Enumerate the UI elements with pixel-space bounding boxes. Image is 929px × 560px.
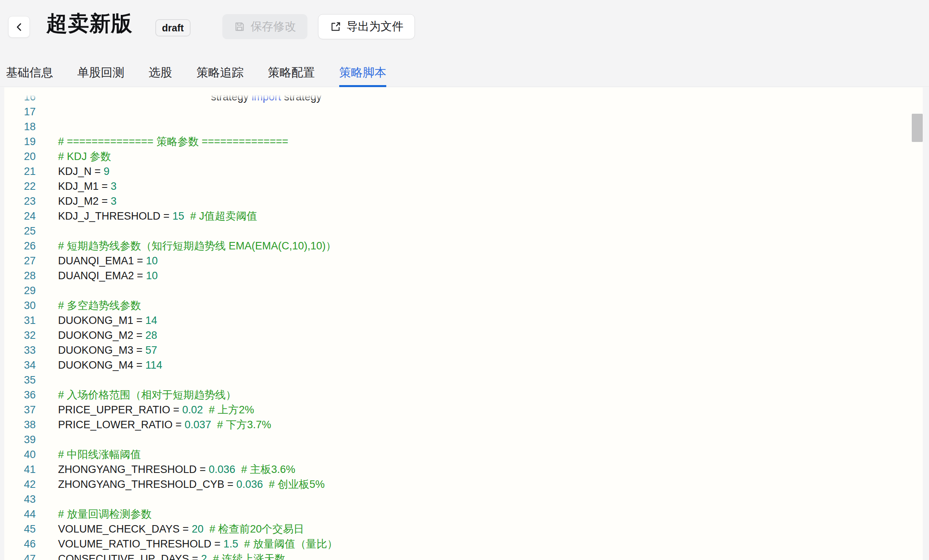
code-token: 3 (111, 195, 116, 207)
line-number: 28 (4, 268, 36, 283)
code-token: PRICE_LOWER_RATIO = (58, 419, 185, 431)
code-token: # KDJ 参数 (58, 151, 111, 162)
code-line: 16 strategy import strategy (4, 89, 923, 104)
tab-6[interactable]: 策略脚本 (339, 59, 386, 86)
code-line: 45VOLUME_CHECK_DAYS = 20 # 检查前20个交易日 (4, 522, 923, 536)
code-token: # 多空趋势线参数 (58, 300, 141, 311)
code-text: DUOKONG_M4 = 114 (58, 358, 162, 373)
save-button[interactable]: 保存修改 (222, 14, 307, 39)
code-token: # 下方3.7% (211, 419, 271, 431)
tab-5[interactable]: 策略配置 (268, 59, 315, 86)
line-number: 29 (4, 283, 36, 298)
code-text: ZHONGYANG_THRESHOLD_CYB = 0.036 # 创业板5% (58, 477, 325, 492)
line-number: 47 (4, 551, 36, 560)
code-line: 43 (4, 492, 923, 507)
chevron-left-icon (14, 22, 25, 33)
script-editor[interactable]: 16 strategy import strategy171819# =====… (4, 87, 923, 560)
code-token: KDJ_M1 = (58, 180, 111, 192)
line-number: 20 (4, 149, 36, 164)
code-token: ZHONGYANG_THRESHOLD = (58, 464, 209, 475)
code-text: DUOKONG_M2 = 28 (58, 328, 157, 343)
code-text: # ============== 策略参数 ============== (58, 134, 288, 149)
line-number: 34 (4, 358, 36, 373)
code-text: DUOKONG_M1 = 14 (58, 313, 157, 328)
code-text: DUANQI_EMA1 = 10 (58, 253, 158, 268)
code-token: import (252, 91, 281, 103)
code-token: strategy (58, 91, 252, 103)
line-number: 32 (4, 328, 36, 343)
scrollbar-thumb[interactable] (912, 114, 923, 142)
code-text: ZHONGYANG_THRESHOLD = 0.036 # 主板3.6% (58, 462, 295, 477)
page-title: 超卖新版 (46, 9, 133, 38)
code-line: 21KDJ_N = 9 (4, 164, 923, 179)
line-number: 41 (4, 462, 36, 477)
line-number: 36 (4, 387, 36, 402)
code-token: 14 (145, 315, 157, 326)
code-token: 9 (104, 165, 109, 177)
line-number: 38 (4, 417, 36, 432)
code-line: 30# 多空趋势线参数 (4, 298, 923, 313)
code-text: PRICE_UPPER_RATIO = 0.02 # 上方2% (58, 402, 254, 417)
tab-3[interactable]: 选股 (149, 59, 172, 86)
code-line: 27DUANQI_EMA1 = 10 (4, 253, 923, 268)
code-token: 15 (173, 210, 184, 222)
code-token: 0.037 (185, 419, 211, 431)
export-arrow-icon (330, 21, 342, 33)
code-text: DUANQI_EMA2 = 10 (58, 268, 158, 283)
code-line: 19# ============== 策略参数 ============== (4, 134, 923, 149)
code-text: KDJ_J_THRESHOLD = 15 # J值超卖阈值 (58, 209, 257, 224)
tab-4[interactable]: 策略追踪 (196, 59, 244, 86)
code-line: 18 (4, 119, 923, 134)
export-button[interactable]: 导出为文件 (318, 14, 415, 39)
active-tab-underline (339, 85, 386, 87)
line-number: 25 (4, 224, 36, 238)
code-token: 10 (146, 255, 158, 267)
code-line: 28DUANQI_EMA2 = 10 (4, 268, 923, 283)
code-token: DUOKONG_M1 = (58, 315, 145, 326)
line-number: 18 (4, 119, 36, 134)
tab-bar: 基础信息单股回测选股策略追踪策略配置策略脚本 (0, 59, 929, 87)
line-number: 17 (4, 104, 36, 119)
code-text: # 短期趋势线参数（知行短期趋势线 EMA(EMA(C,10),10)） (58, 238, 336, 253)
code-token: DUANQI_EMA2 = (58, 270, 146, 282)
code-line: 35 (4, 373, 923, 387)
code-content: 16 strategy import strategy171819# =====… (4, 89, 923, 560)
code-token: KDJ_J_THRESHOLD = (58, 210, 173, 222)
line-number: 30 (4, 298, 36, 313)
code-token: DUOKONG_M4 = (58, 359, 145, 371)
code-token: # 检查前20个交易日 (204, 523, 304, 535)
code-text: # 多空趋势线参数 (58, 298, 141, 313)
line-number: 27 (4, 253, 36, 268)
code-line: 47CONSECUTIVE_UP_DAYS = 2 # 连续上涨天数 (4, 551, 923, 560)
code-line: 20# KDJ 参数 (4, 149, 923, 164)
code-token: 2 (201, 553, 207, 560)
code-line: 37PRICE_UPPER_RATIO = 0.02 # 上方2% (4, 402, 923, 417)
code-text: # 中阳线涨幅阈值 (58, 447, 141, 462)
code-token: CONSECUTIVE_UP_DAYS = (58, 553, 201, 560)
code-line: 41ZHONGYANG_THRESHOLD = 0.036 # 主板3.6% (4, 462, 923, 477)
code-token: 57 (145, 344, 157, 356)
code-token: 28 (145, 329, 157, 341)
code-line: 25 (4, 224, 923, 238)
code-token: 0.036 (236, 478, 263, 490)
code-token: PRICE_UPPER_RATIO = (58, 404, 182, 416)
code-token: # ============== 策略参数 ============== (58, 136, 288, 147)
code-line: 26# 短期趋势线参数（知行短期趋势线 EMA(EMA(C,10),10)） (4, 238, 923, 253)
line-number: 19 (4, 134, 36, 149)
code-line: 31DUOKONG_M1 = 14 (4, 313, 923, 328)
code-line: 46VOLUME_RATIO_THRESHOLD = 1.5 # 放量阈值（量比… (4, 536, 923, 551)
tab-1[interactable]: 基础信息 (6, 59, 53, 86)
line-number: 24 (4, 209, 36, 224)
line-number: 43 (4, 492, 36, 507)
code-token: # 创业板5% (263, 478, 325, 490)
code-text: VOLUME_RATIO_THRESHOLD = 1.5 # 放量阈值（量比） (58, 536, 338, 551)
code-text: KDJ_N = 9 (58, 164, 109, 179)
line-number: 40 (4, 447, 36, 462)
code-token: KDJ_N = (58, 165, 104, 177)
back-button[interactable] (8, 16, 30, 38)
line-number: 44 (4, 507, 36, 522)
line-number: 22 (4, 179, 36, 194)
code-line: 23KDJ_M2 = 3 (4, 194, 923, 209)
tab-2[interactable]: 单股回测 (77, 59, 124, 86)
code-token: VOLUME_CHECK_DAYS = (58, 523, 192, 535)
